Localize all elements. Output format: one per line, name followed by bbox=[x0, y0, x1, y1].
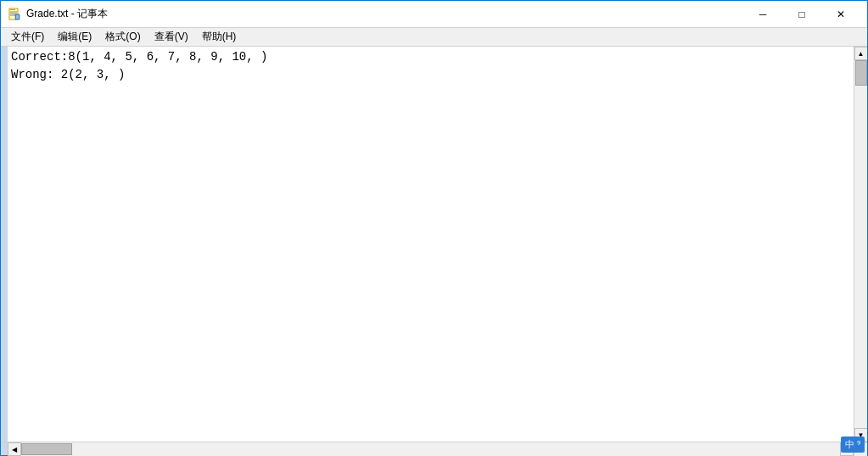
h-scroll-row: ◀ ▶ bbox=[1, 442, 867, 455]
scroll-up-button[interactable]: ▲ bbox=[854, 47, 868, 60]
scroll-thumb-h[interactable] bbox=[21, 443, 72, 455]
svg-rect-5 bbox=[15, 14, 20, 19]
menu-format[interactable]: 格式(O) bbox=[98, 28, 147, 46]
menu-view[interactable]: 查看(V) bbox=[148, 28, 195, 46]
scroll-left-button[interactable]: ◀ bbox=[8, 442, 21, 456]
notepad-icon bbox=[8, 8, 21, 21]
window-title: Grade.txt - 记事本 bbox=[26, 7, 108, 21]
minimize-button[interactable]: ─ bbox=[743, 1, 782, 28]
menu-edit[interactable]: 编辑(E) bbox=[51, 28, 98, 46]
scroll-track-h[interactable] bbox=[21, 442, 840, 456]
menu-file[interactable]: 文件(F) bbox=[4, 28, 51, 46]
close-button[interactable]: ✕ bbox=[821, 1, 860, 28]
notepad-window: Grade.txt - 记事本 ─ □ ✕ 文件(F) 编辑(E) 格式(O) … bbox=[0, 0, 868, 456]
menu-help[interactable]: 帮助(H) bbox=[195, 28, 244, 46]
scroll-track-v[interactable] bbox=[854, 60, 868, 428]
ime-indicator[interactable]: 中 ⁹ bbox=[841, 437, 865, 453]
svg-rect-1 bbox=[10, 9, 15, 10]
title-bar: Grade.txt - 记事本 ─ □ ✕ bbox=[1, 1, 867, 28]
vertical-scrollbar[interactable]: ▲ ▼ bbox=[854, 47, 867, 442]
h-scroll-left-stub bbox=[1, 442, 8, 455]
main-content-row: ▲ ▼ bbox=[1, 47, 867, 442]
title-bar-controls: ─ □ ✕ bbox=[743, 1, 860, 28]
title-bar-left: Grade.txt - 记事本 bbox=[8, 7, 108, 21]
menu-bar: 文件(F) 编辑(E) 格式(O) 查看(V) 帮助(H) bbox=[1, 28, 867, 47]
maximize-button[interactable]: □ bbox=[782, 1, 821, 28]
text-editor[interactable] bbox=[8, 47, 854, 442]
left-stub bbox=[1, 47, 8, 442]
scroll-thumb-v[interactable] bbox=[855, 60, 867, 86]
